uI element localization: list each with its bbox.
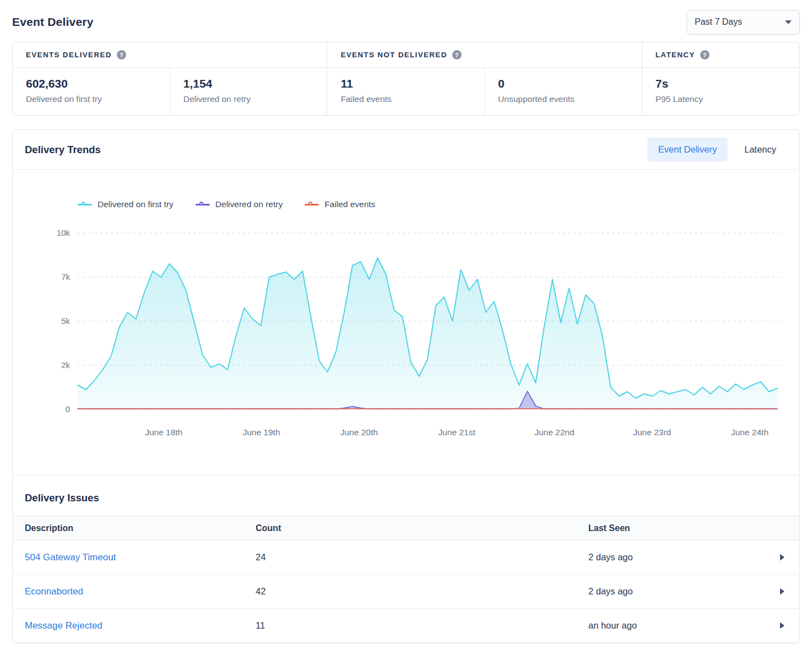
chart-legend: Delivered on first try Delivered on retr… [78,199,799,209]
legend-item-retry[interactable]: Delivered on retry [196,199,283,209]
chevron-right-icon[interactable] [777,551,787,563]
legend-item-first-try[interactable]: Delivered on first try [78,199,174,209]
issue-last-seen: 2 days ago [588,586,761,597]
metric-label: P95 Latency [656,94,786,104]
svg-text:5k: 5k [61,316,70,326]
legend-marker-icon [78,204,92,205]
issue-last-seen: an hour ago [588,620,761,631]
stat-group-header: EVENTS DELIVERED ? [13,42,327,68]
issue-link[interactable]: Message Rejected [25,620,256,631]
metric-label: Unsupported events [498,94,629,104]
metric-label: Delivered on retry [183,94,314,104]
tab-latency[interactable]: Latency [733,138,787,161]
stat-group-events-not-delivered: EVENTS NOT DELIVERED ? 11 Failed events … [327,42,641,115]
stat-body: 7s P95 Latency [642,68,799,115]
issue-row-message-rejected[interactable]: Message Rejected 11 an hour ago [13,609,799,643]
svg-text:0: 0 [66,404,70,414]
metric-value: 0 [498,77,629,90]
issue-last-seen: 2 days ago [588,552,761,562]
metric-unsupported-events: 0 Unsupported events [484,68,642,115]
issue-count: 24 [256,552,588,562]
legend-label: Delivered on retry [215,199,283,209]
stat-group-header: EVENTS NOT DELIVERED ? [327,42,641,68]
svg-text:7k: 7k [61,272,70,282]
help-icon[interactable]: ? [117,50,126,59]
stat-body: 602,630 Delivered on first try 1,154 Del… [13,68,327,115]
stat-body: 11 Failed events 0 Unsupported events [327,68,641,115]
help-icon[interactable]: ? [700,50,710,59]
help-icon[interactable]: ? [452,50,462,59]
metric-failed-events: 11 Failed events [327,68,484,115]
stat-group-latency: LATENCY ? 7s P95 Latency [642,42,799,115]
metric-value: 7s [656,77,786,90]
chevron-right-icon[interactable] [777,620,787,631]
col-head-last-seen: Last Seen [588,523,761,533]
metric-delivered-first-try: 602,630 Delivered on first try [13,68,170,115]
trends-header: Delivery Trends Event Delivery Latency [13,130,799,170]
legend-label: Delivered on first try [98,199,174,209]
date-range-select[interactable]: Past 7 Days [686,10,800,35]
chart-section: Delivered on first try Delivered on retr… [13,199,799,475]
page-title: Event Delivery [12,15,94,29]
issues-table-header: Description Count Last Seen [13,516,799,540]
svg-text:June 21st: June 21st [438,428,475,437]
metric-value: 11 [340,77,471,90]
stat-group-header: LATENCY ? [642,42,799,68]
trends-tabs: Event Delivery Latency [647,138,787,161]
chevron-right-icon[interactable] [777,586,787,597]
metric-delivered-on-retry: 1,154 Delivered on retry [170,68,327,115]
stat-group-title: LATENCY [656,51,695,59]
issue-row-504-gateway-timeout[interactable]: 504 Gateway Timeout 24 2 days ago [13,540,799,575]
metric-value: 602,630 [26,77,156,90]
delivery-trends-card: Delivery Trends Event Delivery Latency D… [12,129,800,643]
stat-group-title: EVENTS DELIVERED [26,51,112,59]
stat-group-title: EVENTS NOT DELIVERED [340,51,447,59]
event-delivery-page: Event Delivery Past 7 Days EVENTS DELIVE… [0,0,812,643]
metric-label: Delivered on first try [26,94,156,104]
svg-text:June 24th: June 24th [731,428,768,437]
col-head-count: Count [256,523,588,533]
metric-label: Failed events [340,94,471,104]
stats-summary-card: EVENTS DELIVERED ? 602,630 Delivered on … [12,42,800,116]
metric-p95-latency: 7s P95 Latency [642,68,799,115]
delivery-issues-section: Delivery Issues Description Count Last S… [13,475,799,643]
issue-row-econnaborted[interactable]: Econnaborted 42 2 days ago [13,575,799,609]
trends-title: Delivery Trends [25,144,101,156]
svg-text:June 20th: June 20th [340,428,378,437]
issue-count: 11 [256,620,588,631]
issue-link[interactable]: 504 Gateway Timeout [25,552,256,563]
metric-value: 1,154 [183,77,314,90]
legend-marker-icon [305,204,319,205]
svg-text:June 23rd: June 23rd [633,428,671,437]
legend-label: Failed events [324,199,375,209]
svg-text:2k: 2k [61,360,70,370]
issue-count: 42 [256,586,588,597]
chevron-down-icon [785,20,792,24]
issues-title: Delivery Issues [13,475,799,516]
svg-text:June 19th: June 19th [242,428,280,437]
legend-item-failed[interactable]: Failed events [305,199,375,209]
svg-text:10k: 10k [57,228,71,237]
page-header: Event Delivery Past 7 Days [12,7,800,37]
svg-text:June 18th: June 18th [145,428,182,437]
svg-text:June 22nd: June 22nd [534,428,574,437]
issue-link[interactable]: Econnaborted [25,586,256,597]
legend-marker-icon [196,204,210,205]
date-range-value: Past 7 Days [695,17,742,27]
col-head-description: Description [25,523,256,533]
tab-event-delivery[interactable]: Event Delivery [647,138,728,161]
stat-group-events-delivered: EVENTS DELIVERED ? 602,630 Delivered on … [13,42,327,115]
delivery-trends-chart[interactable]: 02k5k7k10kJune 18thJune 19thJune 20thJun… [13,215,799,446]
